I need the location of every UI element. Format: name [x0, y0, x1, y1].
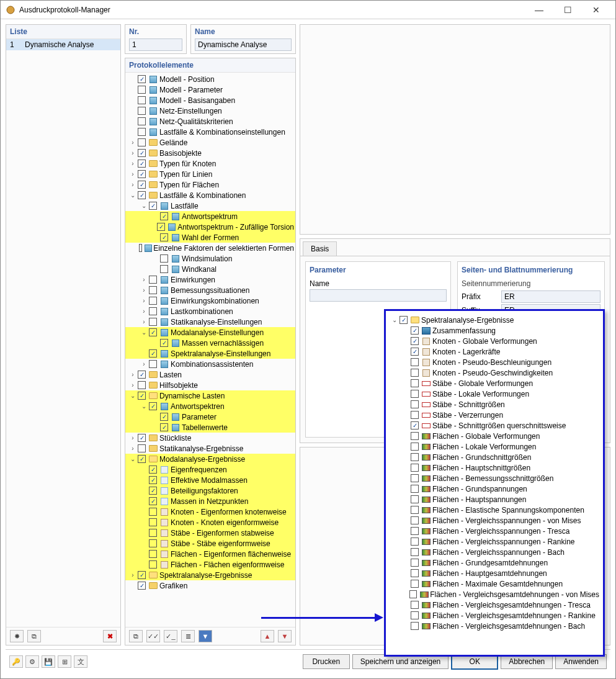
tree-item[interactable]: Flächen - Flächen eigenformweise: [125, 559, 295, 570]
page-prefix-input[interactable]: [501, 290, 600, 303]
checkbox[interactable]: [411, 527, 419, 535]
expand-icon[interactable]: ›: [129, 181, 136, 188]
checkbox[interactable]: [411, 464, 419, 472]
checkbox[interactable]: [149, 360, 157, 368]
expand-icon[interactable]: ›: [129, 434, 136, 441]
tree-item[interactable]: ›Stückliste: [125, 433, 295, 443]
tree-item[interactable]: Flächen - Lokale Verformungen: [388, 441, 600, 452]
settings-button[interactable]: ⚙: [25, 655, 39, 668]
checkbox[interactable]: [149, 508, 157, 516]
tree-item[interactable]: Stäbe - Schnittgrößen: [388, 399, 600, 410]
tree-item[interactable]: ›Statikanalyse-Einstellungen: [125, 317, 295, 327]
checkbox[interactable]: [411, 569, 419, 577]
tree-item[interactable]: ›Kombinationsassistenten: [125, 359, 295, 369]
tree-item[interactable]: Windsimulation: [125, 253, 295, 264]
tree-item[interactable]: ›Typen für Knoten: [125, 158, 295, 169]
new-list-button[interactable]: ✸: [10, 630, 24, 642]
tree-item[interactable]: Flächen - Grundspannungen: [388, 483, 600, 494]
checkbox[interactable]: [138, 170, 146, 178]
tree-item[interactable]: Eigenfrequenzen: [125, 464, 295, 475]
checkbox[interactable]: [160, 423, 168, 431]
checkbox[interactable]: [411, 580, 419, 588]
checkbox[interactable]: [411, 495, 419, 503]
expand-icon[interactable]: ›: [140, 308, 148, 315]
tree-item[interactable]: Stäbe - Verzerrungen: [388, 410, 600, 420]
checkbox[interactable]: [411, 601, 419, 609]
tree-item[interactable]: Flächen - Eigenformen flächenweise: [125, 549, 295, 559]
tree-item[interactable]: Spektralanalyse-Einstellungen: [125, 348, 295, 359]
checkbox[interactable]: [149, 307, 157, 315]
tree-item[interactable]: Flächen - Maximale Gesamtdehnungen: [388, 578, 600, 589]
tree-item[interactable]: ⌄Spektralanalyse-Ergebnisse: [388, 315, 600, 325]
delete-list-button[interactable]: ✖: [103, 630, 117, 642]
checkbox[interactable]: [138, 455, 146, 463]
tree-item[interactable]: ›Basisobjekte: [125, 148, 295, 158]
checkbox[interactable]: [400, 316, 408, 324]
tree-item[interactable]: Knoten - Globale Verformungen: [388, 336, 600, 346]
checkbox[interactable]: [149, 487, 157, 495]
tree-item[interactable]: ›Typen für Linien: [125, 169, 295, 179]
checkbox[interactable]: [160, 265, 168, 273]
tree-item[interactable]: Flächen - Vergleichsspannungen - Rankine: [388, 536, 600, 547]
minimize-button[interactable]: —: [525, 1, 553, 19]
tree-item[interactable]: Antwortspektrum - Zufällige Torsion: [125, 222, 295, 232]
close-button[interactable]: ✕: [582, 1, 610, 19]
tree-item[interactable]: Knoten - Eigenformen knotenweise: [125, 506, 295, 517]
expand-icon[interactable]: ›: [129, 382, 136, 389]
tree-item[interactable]: Flächen - Hauptschnittgrößen: [388, 462, 600, 473]
checkbox[interactable]: [138, 371, 146, 379]
checkbox[interactable]: [411, 485, 419, 493]
tree-item[interactable]: Zusammenfassung: [388, 325, 600, 336]
tree-item[interactable]: Knoten - Knoten eigenformweise: [125, 517, 295, 528]
expand-icon[interactable]: ›: [129, 171, 136, 178]
checkbox[interactable]: [411, 379, 419, 387]
checkbox[interactable]: [149, 297, 157, 305]
expand-icon[interactable]: ›: [140, 318, 148, 325]
expand-icon[interactable]: ›: [140, 276, 148, 283]
collapse-icon[interactable]: ⌄: [140, 329, 148, 336]
expand-icon[interactable]: ›: [140, 361, 148, 367]
checkbox[interactable]: [138, 582, 146, 590]
checkbox[interactable]: [411, 326, 419, 335]
tree-item[interactable]: ›Spektralanalyse-Ergebnisse: [125, 570, 295, 580]
checkbox[interactable]: [138, 160, 146, 168]
tree-item[interactable]: Flächen - Elastische Spannungskomponente…: [388, 505, 600, 515]
checkbox[interactable]: [149, 550, 157, 558]
checkbox[interactable]: [149, 529, 157, 537]
checkbox[interactable]: [411, 453, 419, 461]
tree-item[interactable]: Windkanal: [125, 264, 295, 274]
checkbox[interactable]: [411, 337, 419, 345]
tree-item[interactable]: Flächen - Vergleichsgesamtdehnungen - Tr…: [388, 600, 600, 610]
tree-item[interactable]: Lastfälle & Kombinationseinstellungen: [125, 127, 295, 137]
tree-item[interactable]: Modell - Position: [125, 74, 295, 84]
tree-item[interactable]: Massen vernachlässigen: [125, 338, 295, 348]
checkbox[interactable]: [139, 244, 143, 252]
expand-icon[interactable]: ›: [129, 150, 136, 156]
tree-item[interactable]: Knoten - Pseudo-Geschwindigkeiten: [388, 367, 600, 378]
tree-item[interactable]: Wahl der Formen: [125, 232, 295, 243]
help-button[interactable]: 🔑: [9, 655, 23, 668]
tree-item[interactable]: ›Hilfsobjekte: [125, 380, 295, 390]
tree-item[interactable]: Modell - Basisangaben: [125, 95, 295, 106]
move-up-button[interactable]: ▲: [261, 630, 274, 642]
checkbox[interactable]: [149, 349, 157, 357]
tree-item[interactable]: Netz-Qualitätskriterien: [125, 116, 295, 127]
checkbox[interactable]: [149, 328, 157, 336]
tree-item[interactable]: Beteiligungsfaktoren: [125, 485, 295, 496]
print-button[interactable]: Drucken: [303, 654, 350, 669]
maximize-button[interactable]: ☐: [553, 1, 582, 19]
filter-button[interactable]: ▼: [199, 630, 212, 642]
tree-item[interactable]: Flächen - Hauptgesamtdehnungen: [388, 568, 600, 578]
checkbox[interactable]: [160, 233, 168, 241]
tree-item[interactable]: Flächen - Vergleichsspannungen - von Mis…: [388, 515, 600, 526]
checkbox[interactable]: [138, 381, 146, 389]
checkbox[interactable]: [160, 212, 168, 220]
tree-item[interactable]: ›Bemessungssituationen: [125, 285, 295, 295]
checkbox[interactable]: [411, 390, 419, 398]
tree-item[interactable]: Flächen - Vergleichsspannungen - Bach: [388, 547, 600, 557]
checkbox[interactable]: [157, 223, 164, 231]
tree-item[interactable]: Massen in Netzpunkten: [125, 496, 295, 506]
checkbox[interactable]: [138, 392, 146, 400]
copy-button[interactable]: ⧉: [129, 630, 143, 642]
checkbox[interactable]: [149, 560, 157, 569]
